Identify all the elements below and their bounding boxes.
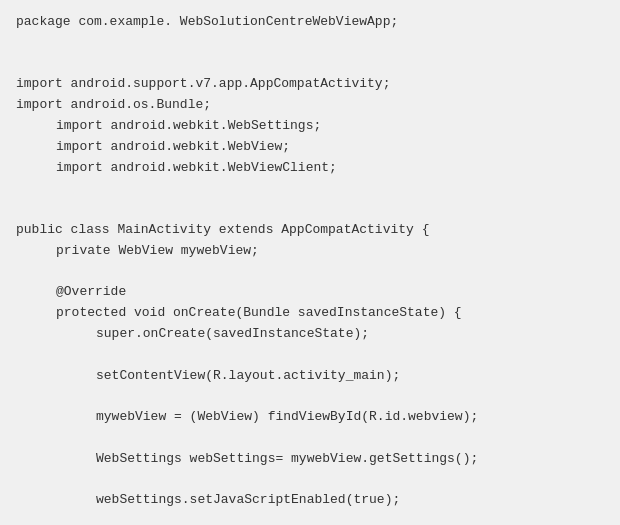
code-line: super.onCreate(savedInstanceState); <box>16 324 604 345</box>
code-line <box>16 470 604 491</box>
code-line: @Override <box>16 282 604 303</box>
code-line <box>16 54 604 75</box>
code-line <box>16 428 604 449</box>
code-line: protected void onCreate(Bundle savedInst… <box>16 303 604 324</box>
code-line <box>16 345 604 366</box>
code-line <box>16 33 604 54</box>
code-line: package com.example. WebSolutionCentreWe… <box>16 12 604 33</box>
code-line: import android.webkit.WebView; <box>16 137 604 158</box>
code-line: setContentView(R.layout.activity_main); <box>16 366 604 387</box>
code-editor: package com.example. WebSolutionCentreWe… <box>0 0 620 525</box>
code-line <box>16 386 604 407</box>
code-line: import android.support.v7.app.AppCompatA… <box>16 74 604 95</box>
code-line: mywebView = (WebView) findViewById(R.id.… <box>16 407 604 428</box>
code-line: private WebView mywebView; <box>16 241 604 262</box>
code-line <box>16 511 604 525</box>
code-line <box>16 262 604 283</box>
code-line <box>16 199 604 220</box>
code-line <box>16 178 604 199</box>
code-line: import android.webkit.WebSettings; <box>16 116 604 137</box>
code-line: public class MainActivity extends AppCom… <box>16 220 604 241</box>
code-line: WebSettings webSettings= mywebView.getSe… <box>16 449 604 470</box>
code-line: import android.webkit.WebViewClient; <box>16 158 604 179</box>
code-line: webSettings.setJavaScriptEnabled(true); <box>16 490 604 511</box>
code-line: import android.os.Bundle; <box>16 95 604 116</box>
